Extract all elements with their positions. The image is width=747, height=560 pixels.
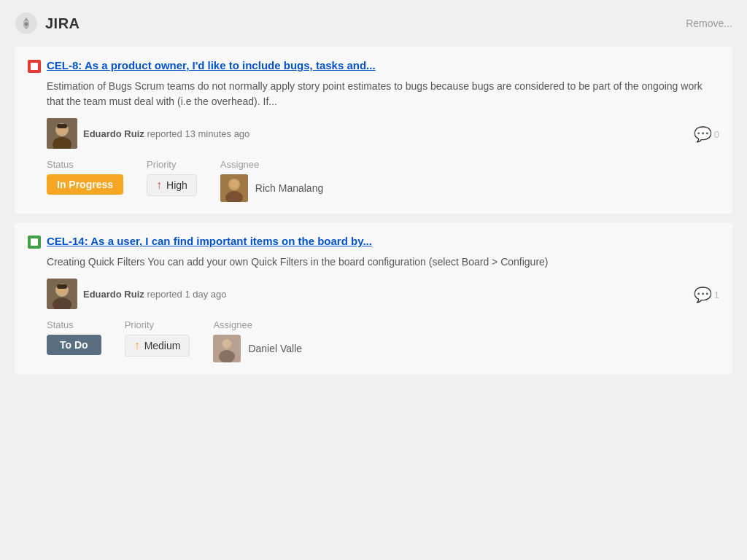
priority-group: Priority ↑ High bbox=[147, 159, 197, 196]
assignee-group: Assignee Daniel Valle bbox=[213, 319, 302, 362]
status-label: Status bbox=[47, 319, 101, 330]
svg-point-10 bbox=[230, 179, 239, 188]
status-badge: In Progress bbox=[47, 174, 123, 195]
assignee-label: Assignee bbox=[213, 319, 302, 330]
bug-icon bbox=[28, 60, 41, 73]
reporter-info: Eduardo Ruiz reported 13 minutes ago bbox=[83, 128, 249, 139]
avatar bbox=[47, 279, 77, 309]
status-label: Status bbox=[47, 159, 123, 170]
status-badge: To Do bbox=[47, 335, 101, 355]
remove-button[interactable]: Remove... bbox=[686, 18, 732, 29]
assignee-name: Daniel Valle bbox=[248, 343, 302, 354]
reporter-time: reported 13 minutes ago bbox=[147, 128, 249, 139]
svg-point-1 bbox=[25, 23, 28, 26]
reporter-info: Eduardo Ruiz reported 1 day ago bbox=[83, 289, 227, 300]
assignee-name: Rich Manalang bbox=[255, 182, 323, 194]
issue-title-link[interactable]: CEL-8: As a product owner, I'd like to i… bbox=[47, 58, 376, 73]
priority-arrow-icon: ↑ bbox=[156, 179, 162, 192]
comment-number: 1 bbox=[714, 289, 719, 300]
svg-rect-15 bbox=[57, 284, 67, 289]
reporter-time: reported 1 day ago bbox=[147, 289, 226, 300]
assignee-avatar bbox=[213, 335, 241, 362]
story-icon bbox=[28, 236, 41, 249]
comment-icon: 💬 bbox=[694, 125, 712, 143]
svg-rect-6 bbox=[57, 124, 67, 128]
assignee-group: Assignee Rich Manalang bbox=[220, 159, 323, 202]
assignee-avatar bbox=[220, 174, 248, 202]
assignee-info: Daniel Valle bbox=[213, 335, 302, 362]
issue-title-row: CEL-8: As a product owner, I'd like to i… bbox=[28, 58, 719, 73]
issue-title-link[interactable]: CEL-14: As a user, I can find important … bbox=[47, 234, 372, 249]
issue-description: Creating Quick Filters You can add your … bbox=[47, 254, 719, 270]
widget-title: JIRA bbox=[45, 15, 80, 32]
meta-section: Status In Progress Priority ↑ High Assig… bbox=[47, 159, 719, 202]
issue-description: Estimation of Bugs Scrum teams do not no… bbox=[47, 79, 719, 109]
issue-card: CEL-14: As a user, I can find important … bbox=[15, 222, 732, 374]
comment-icon: 💬 bbox=[694, 286, 712, 303]
priority-label: Priority bbox=[125, 319, 190, 330]
comment-count: 💬 1 bbox=[694, 286, 719, 303]
priority-label: Priority bbox=[147, 159, 197, 170]
title-group: JIRA bbox=[15, 12, 80, 35]
widget-header: JIRA Remove... bbox=[15, 12, 732, 35]
priority-value: High bbox=[166, 179, 187, 191]
status-group: Status To Do bbox=[47, 319, 101, 355]
status-group: Status In Progress bbox=[47, 159, 123, 195]
comment-number: 0 bbox=[714, 129, 719, 140]
priority-badge: ↑ High bbox=[147, 174, 197, 196]
priority-group: Priority ↑ Medium bbox=[125, 319, 190, 357]
jira-logo-icon bbox=[15, 12, 38, 35]
svg-point-19 bbox=[222, 339, 231, 348]
reporter-name: Eduardo Ruiz bbox=[83, 128, 144, 139]
meta-section: Status To Do Priority ↑ Medium Assignee bbox=[47, 319, 719, 362]
avatar bbox=[47, 118, 77, 149]
assignee-info: Rich Manalang bbox=[220, 174, 323, 202]
priority-value: Medium bbox=[144, 340, 181, 351]
svg-point-4 bbox=[53, 137, 71, 149]
assignee-label: Assignee bbox=[220, 159, 323, 170]
priority-arrow-icon: ↑ bbox=[134, 339, 140, 352]
issue-title-row: CEL-14: As a user, I can find important … bbox=[28, 234, 719, 249]
comment-count: 💬 0 bbox=[694, 125, 719, 143]
issue-card: CEL-8: As a product owner, I'd like to i… bbox=[15, 47, 732, 214]
priority-badge: ↑ Medium bbox=[125, 335, 190, 357]
jira-widget: JIRA Remove... CEL-8: As a product owner… bbox=[0, 0, 747, 394]
reporter-name: Eduardo Ruiz bbox=[83, 289, 144, 300]
